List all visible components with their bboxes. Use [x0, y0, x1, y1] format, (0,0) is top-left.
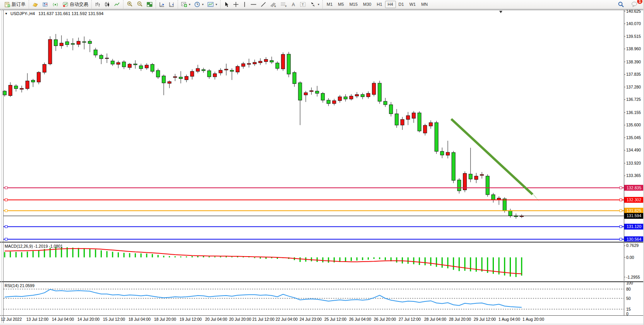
- zoom-in-button[interactable]: [125, 0, 135, 8]
- candle-body: [139, 66, 143, 69]
- search-button[interactable]: [616, 0, 626, 8]
- candle-body: [151, 65, 154, 71]
- timeframe-m15[interactable]: M15: [347, 1, 360, 8]
- candle: [310, 87, 313, 95]
- cursor-button[interactable]: [222, 0, 231, 8]
- hline-anchor[interactable]: [620, 209, 622, 212]
- text-icon: A: [291, 2, 296, 7]
- timeframe-h4[interactable]: H4: [385, 1, 396, 8]
- macd-pane[interactable]: 0.76290.00-1.2955: [0, 242, 644, 281]
- chart-shift-button[interactable]: [167, 0, 176, 8]
- candle-body: [287, 54, 291, 74]
- candle-body: [423, 125, 427, 133]
- candle: [202, 68, 205, 73]
- price-tick-label: 138.390: [626, 60, 641, 64]
- hline-anchor[interactable]: [5, 187, 7, 189]
- notifications-button[interactable]: 1: [629, 0, 640, 8]
- line-chart-button[interactable]: [112, 0, 122, 8]
- vertical-line-button[interactable]: [241, 0, 248, 8]
- hline-anchor[interactable]: [620, 187, 622, 189]
- timeframe-w1[interactable]: W1: [407, 1, 419, 8]
- tile-windows-button[interactable]: [145, 0, 154, 8]
- candle: [344, 94, 347, 102]
- macd-scale-label: 0.7629: [626, 243, 639, 248]
- timeframe-d1[interactable]: D1: [396, 1, 407, 8]
- autotrade-button[interactable]: 自动交易: [60, 0, 90, 8]
- candle-body: [242, 64, 245, 66]
- candle: [99, 54, 103, 64]
- market-watch-button[interactable]: [30, 0, 40, 8]
- candle: [298, 82, 302, 125]
- candle-body: [384, 101, 387, 105]
- timeframe-mn[interactable]: MN: [418, 1, 430, 8]
- candle-body: [367, 94, 370, 97]
- text-label-button[interactable]: T: [298, 0, 308, 8]
- timeframe-m5[interactable]: M5: [335, 1, 346, 8]
- equidistant-channel-icon: E: [270, 2, 277, 7]
- signals-button[interactable]: [40, 0, 50, 8]
- chart-shift-icon: [169, 2, 175, 7]
- candle-body: [440, 151, 444, 155]
- market-button[interactable]: [50, 0, 60, 8]
- hline-anchor[interactable]: [620, 238, 622, 240]
- candle-body: [327, 100, 330, 104]
- zoom-in-icon: [127, 1, 133, 7]
- candle: [9, 82, 12, 97]
- timeframe-m30[interactable]: M30: [360, 1, 374, 8]
- templates-button[interactable]: ▾: [206, 0, 219, 8]
- chart-symbol-period: USDJPY-,H4: [10, 11, 35, 16]
- chart-shift-marker[interactable]: [499, 11, 502, 13]
- timeframe-m1[interactable]: M1: [324, 1, 335, 8]
- trendline-button[interactable]: [259, 0, 268, 8]
- new-order-button[interactable]: 新订单: [3, 0, 27, 8]
- horizontal-line-button[interactable]: [248, 0, 259, 8]
- date-axis-label: 29 Jul 12:00: [474, 317, 496, 322]
- timeframe-h1[interactable]: H1: [374, 1, 385, 8]
- candlestick-button[interactable]: [103, 0, 112, 8]
- channel-button[interactable]: E: [268, 0, 279, 8]
- candle: [486, 174, 489, 197]
- candle-body: [9, 85, 12, 95]
- hline-anchor[interactable]: [620, 225, 622, 228]
- candle: [469, 148, 472, 182]
- date-axis[interactable]: 12 Jul 202213 Jul 12:0014 Jul 04:0014 Ju…: [0, 316, 644, 323]
- search-icon: [618, 1, 624, 8]
- candle: [520, 214, 523, 218]
- text-button[interactable]: A: [289, 0, 298, 8]
- symbol-dropdown-icon[interactable]: ▼: [5, 12, 8, 15]
- candle-body: [219, 70, 222, 73]
- periods-button[interactable]: ▾: [192, 0, 206, 8]
- date-axis-label: 13 Jul 12:00: [26, 317, 48, 322]
- zoom-out-button[interactable]: [135, 0, 145, 8]
- hline-anchor[interactable]: [5, 238, 7, 240]
- candle: [349, 94, 353, 100]
- candle: [355, 92, 359, 98]
- macd-separator[interactable]: [0, 242, 644, 242]
- candle: [128, 63, 131, 70]
- price-chart-pane[interactable]: 140.625140.070139.515138.960138.390137.8…: [0, 10, 644, 242]
- candle-body: [128, 64, 131, 68]
- new-chart-button[interactable]: ▾: [179, 0, 192, 8]
- rsi-pane[interactable]: 1008050150: [0, 282, 644, 316]
- fibonacci-button[interactable]: F: [279, 0, 289, 8]
- candle-body: [321, 94, 325, 100]
- candle: [82, 36, 86, 49]
- hline-anchor[interactable]: [5, 209, 7, 212]
- bar-chart-button[interactable]: [93, 0, 103, 8]
- date-axis-label: 18 Jul 04:00: [128, 317, 151, 322]
- hline-anchor[interactable]: [620, 199, 622, 201]
- candle-body: [349, 96, 353, 99]
- candle: [418, 111, 421, 133]
- candle: [242, 62, 245, 69]
- candle: [111, 59, 114, 66]
- candle: [196, 65, 200, 73]
- hline-anchor[interactable]: [5, 199, 7, 201]
- hline-anchor[interactable]: [5, 225, 7, 228]
- candle-body: [332, 100, 336, 104]
- candle-body: [156, 70, 160, 77]
- crosshair-icon: [233, 2, 239, 7]
- auto-scroll-button[interactable]: [157, 0, 167, 8]
- candle-body: [99, 55, 103, 59]
- crosshair-button[interactable]: [231, 0, 241, 8]
- shapes-button[interactable]: ▾: [308, 0, 321, 8]
